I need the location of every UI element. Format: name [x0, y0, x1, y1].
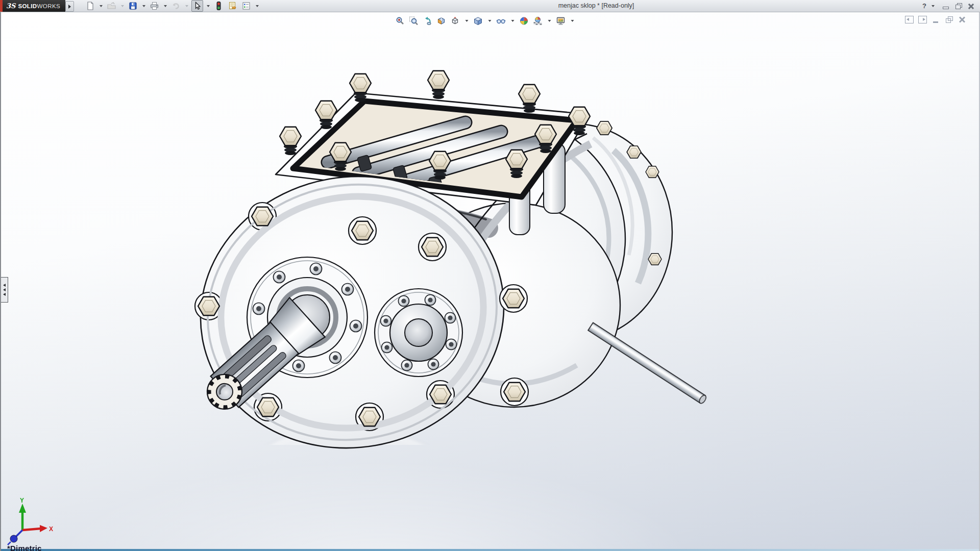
print-dropdown-arrow[interactable]	[164, 5, 167, 7]
edit-appearance-button[interactable]	[519, 15, 529, 27]
view-cube-icon	[451, 16, 460, 26]
document-title: menjac sklop * [Read-only]	[558, 2, 634, 9]
feature-manager-collapsed-tab[interactable]	[1, 277, 8, 303]
previous-view-icon	[423, 16, 432, 26]
traffic-light-icon	[214, 1, 224, 11]
solidworks-logo: 3S SOLIDWORKS	[3, 0, 65, 12]
flyout-arrow-icon	[68, 5, 71, 9]
brand-name-light: WORKS	[37, 3, 60, 9]
undo-dropdown-arrow	[185, 5, 188, 7]
graphics-viewport[interactable]: Y X *Dimetric	[0, 12, 980, 551]
printer-icon	[150, 1, 159, 11]
minimize-document-icon	[933, 21, 938, 23]
options-list-icon	[241, 1, 251, 11]
file-properties-button[interactable]	[227, 0, 238, 12]
magnifier-fit-icon	[396, 16, 405, 26]
new-document-icon	[85, 1, 95, 11]
print-button[interactable]	[149, 0, 160, 12]
z-axis-sphere-icon	[10, 535, 17, 542]
window-controls: ?	[922, 0, 976, 12]
open-button	[106, 0, 117, 12]
heads-up-view-toolbar	[395, 15, 575, 27]
select-cursor-icon	[192, 1, 202, 11]
viewport-bottom-border	[1, 549, 979, 551]
brand-name-bold: SOLID	[18, 3, 37, 9]
x-axis-arrow-icon	[40, 525, 47, 532]
restore-button[interactable]	[954, 2, 963, 10]
options-button[interactable]	[240, 0, 252, 12]
gearbox-reflection	[179, 402, 707, 551]
zoom-to-area-button[interactable]	[409, 15, 419, 27]
restore-document-button[interactable]	[945, 16, 953, 23]
open-dropdown-arrow	[121, 5, 124, 7]
apply-scene-button[interactable]	[533, 15, 543, 27]
collapse-pane-left-button[interactable]	[905, 16, 914, 23]
collapse-arrow-icon	[3, 284, 6, 287]
help-button[interactable]: ?	[922, 2, 926, 10]
document-window-controls	[905, 16, 967, 23]
gearbox-3d-model[interactable]	[1, 0, 980, 551]
solidworks-window: 3S SOLIDWORKS	[0, 0, 980, 551]
view-orientation-button[interactable]	[450, 15, 460, 27]
expand-pane-right-button[interactable]	[918, 16, 927, 23]
minimize-button[interactable]	[941, 2, 950, 10]
view-settings-button[interactable]	[556, 15, 566, 27]
undo-arrow-icon	[171, 1, 181, 11]
open-folder-icon	[107, 1, 116, 11]
new-document-button[interactable]	[84, 0, 96, 12]
view-orientation-label: *Dimetric	[7, 544, 42, 551]
select-dropdown-arrow[interactable]	[207, 5, 210, 7]
note-hand-icon	[228, 1, 237, 11]
new-dropdown-arrow[interactable]	[100, 5, 103, 7]
undo-button	[170, 0, 182, 12]
rebuild-button[interactable]	[213, 0, 225, 12]
eyeglasses-icon	[497, 16, 506, 26]
close-document-button[interactable]	[958, 16, 967, 23]
color-sphere-icon	[520, 16, 529, 26]
pane-right-arrow-icon	[923, 18, 925, 21]
menu-flyout-button[interactable]	[65, 1, 74, 12]
save-floppy-icon	[128, 1, 138, 11]
magnifier-area-icon	[409, 16, 419, 26]
main-toolbar	[84, 1, 260, 11]
3ds-logo-glyph: 3S	[6, 2, 15, 10]
x-axis-label: X	[49, 525, 53, 533]
options-dropdown-arrow[interactable]	[256, 5, 259, 7]
section-view-button[interactable]	[436, 15, 447, 27]
apply-scene-dropdown[interactable]	[548, 20, 551, 22]
minimize-icon	[943, 7, 949, 9]
zoom-to-fit-button[interactable]	[395, 15, 405, 27]
shaded-cube-icon	[474, 16, 483, 26]
hide-show-items-button[interactable]	[496, 15, 506, 27]
close-button[interactable]	[967, 2, 976, 10]
gearbox-body[interactable]	[179, 71, 707, 472]
help-dropdown-arrow[interactable]	[932, 5, 935, 7]
y-axis-arrow-icon	[19, 504, 26, 513]
section-cut-icon	[437, 16, 446, 26]
minimize-document-button[interactable]	[932, 16, 940, 23]
view-orientation-dropdown[interactable]	[465, 20, 469, 22]
monitor-image-icon	[556, 16, 566, 26]
display-style-dropdown[interactable]	[488, 20, 492, 22]
y-axis-label: Y	[20, 497, 24, 504]
view-settings-dropdown[interactable]	[571, 20, 574, 22]
save-button[interactable]	[127, 0, 139, 12]
previous-view-button[interactable]	[423, 15, 433, 27]
save-dropdown-arrow[interactable]	[142, 5, 145, 7]
reference-triad: Y X	[4, 497, 55, 548]
title-bar: 3S SOLIDWORKS	[0, 0, 980, 12]
pane-left-arrow-icon	[906, 18, 909, 21]
select-button[interactable]	[191, 0, 203, 12]
display-style-button[interactable]	[473, 15, 483, 27]
scene-sphere-icon	[533, 16, 543, 26]
hide-show-items-dropdown[interactable]	[511, 20, 514, 22]
